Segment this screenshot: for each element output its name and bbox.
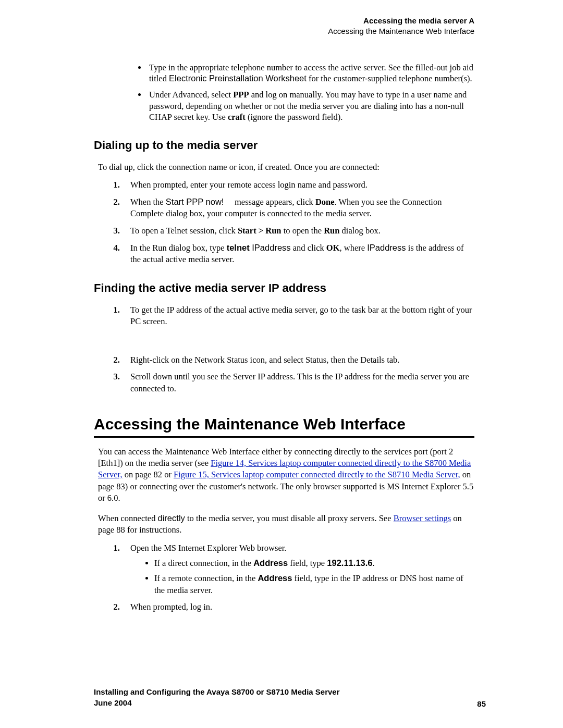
header-subtitle: Accessing the Maintenance Web Interface xyxy=(94,26,474,36)
top-bullet-list: Type in the appropriate telephone number… xyxy=(94,62,474,123)
maintenance-steps: Open the MS Internet Explorer Web browse… xyxy=(94,542,474,613)
body-text: on page 82 or xyxy=(123,470,174,479)
finding-ip-steps-cont: Right-click on the Network Status icon, … xyxy=(94,354,474,394)
ui-label: Start > Run xyxy=(238,226,282,236)
body-text: Open the MS Internet Explorer Web browse… xyxy=(130,543,286,553)
step: To get the IP address of the actual acti… xyxy=(122,304,474,328)
body-text: (ignore the password field). xyxy=(246,112,343,122)
body-text: and click xyxy=(291,243,326,253)
bullet-item: If a direct connection, in the Address f… xyxy=(154,557,474,569)
body-text: Scroll down until you see the Server IP … xyxy=(130,372,469,393)
field-label: Address xyxy=(253,558,288,567)
finding-ip-steps: To get the IP address of the actual acti… xyxy=(94,304,474,328)
step: Right-click on the Network Status icon, … xyxy=(122,354,474,366)
major-heading-maintenance: Accessing the Maintenance Web Interface xyxy=(94,415,474,438)
page-number: 85 xyxy=(477,699,486,708)
bullet-item: If a remote connection, in the Address f… xyxy=(154,572,474,596)
step: Open the MS Internet Explorer Web browse… xyxy=(122,542,474,596)
body-text: If a remote connection, in the xyxy=(154,573,258,583)
footer-doc-title: Installing and Configuring the Avaya S87… xyxy=(94,686,340,708)
field-label: Address xyxy=(258,573,292,583)
body-text: message appears, click xyxy=(232,197,315,207)
step: When prompted, enter your remote access … xyxy=(122,179,474,191)
dialing-steps: When prompted, enter your remote access … xyxy=(94,179,474,266)
body-text: In the Run dialog box, type xyxy=(130,243,227,253)
link-figure-15[interactable]: Figure 15, Services laptop computer conn… xyxy=(174,470,460,479)
body-text: , where xyxy=(340,243,368,253)
step: When prompted, log in. xyxy=(122,601,474,613)
maintenance-paragraph-1: You can access the Maintenance Web Inter… xyxy=(98,446,474,504)
section-heading-finding-ip: Finding the active media server IP addre… xyxy=(94,281,474,295)
body-text: field, type xyxy=(288,558,327,568)
bullet-item: Under Advanced, select PPP and log on ma… xyxy=(147,89,474,122)
section-intro: To dial up, click the connection name or… xyxy=(98,162,474,173)
emphasis: directly xyxy=(158,513,185,523)
body-text: When connected xyxy=(98,513,158,523)
body-text: When the xyxy=(130,197,166,207)
command: telnet xyxy=(227,243,252,252)
body-text: . xyxy=(373,558,375,568)
body-text: If a direct connection, in the xyxy=(154,558,253,568)
body-text: To open a Telnet session, click xyxy=(130,226,238,236)
section-heading-dialing: Dialing up to the media server xyxy=(94,139,474,152)
step: When the Start PPP now! message appears,… xyxy=(122,196,474,220)
step: To open a Telnet session, click Start > … xyxy=(122,225,474,237)
sub-bullet-list: If a direct connection, in the Address f… xyxy=(130,557,474,596)
body-text: When prompted, log in. xyxy=(130,602,212,612)
body-text: Under Advanced, select xyxy=(149,90,233,100)
step: Scroll down until you see the Server IP … xyxy=(122,371,474,394)
body-text: to the media server, you must disable al… xyxy=(185,513,394,523)
body-text: When prompted, enter your remote access … xyxy=(130,180,368,190)
footer-title-text: Installing and Configuring the Avaya S87… xyxy=(94,687,340,696)
worksheet-title: Electronic Preinstallation Worksheet xyxy=(169,73,307,83)
step: In the Run dialog box, type telnet IPadd… xyxy=(122,242,474,266)
body-text: To get the IP address of the actual acti… xyxy=(130,305,472,326)
header-section-title: Accessing the media server A xyxy=(94,16,474,26)
maintenance-paragraph-2: When connected directly to the media ser… xyxy=(98,512,474,536)
ip-address: 192.11.13.6 xyxy=(327,558,372,567)
body-text: for the customer-supplied telephone numb… xyxy=(307,73,472,83)
footer-date: June 2004 xyxy=(94,698,132,707)
bullet-item: Type in the appropriate telephone number… xyxy=(147,62,474,84)
ui-label: craft xyxy=(228,112,246,122)
page-header: Accessing the media server A Accessing t… xyxy=(94,16,474,37)
variable: IPaddress xyxy=(367,243,406,252)
body-text: dialog box. xyxy=(339,226,380,236)
ui-label: OK xyxy=(326,243,340,253)
ui-label: PPP xyxy=(233,90,249,100)
ui-message: Start PPP now! xyxy=(166,197,224,206)
page-content: Accessing the media server A Accessing t… xyxy=(0,0,563,613)
body-text: to open the xyxy=(282,226,324,236)
ui-label: Done xyxy=(315,197,335,207)
page-footer: Installing and Configuring the Avaya S87… xyxy=(94,686,486,708)
link-browser-settings[interactable]: Browser settings xyxy=(394,513,451,523)
variable: IPaddress xyxy=(252,243,290,252)
ui-label: Run xyxy=(324,226,339,236)
body-text: Right-click on the Network Status icon, … xyxy=(130,355,399,365)
